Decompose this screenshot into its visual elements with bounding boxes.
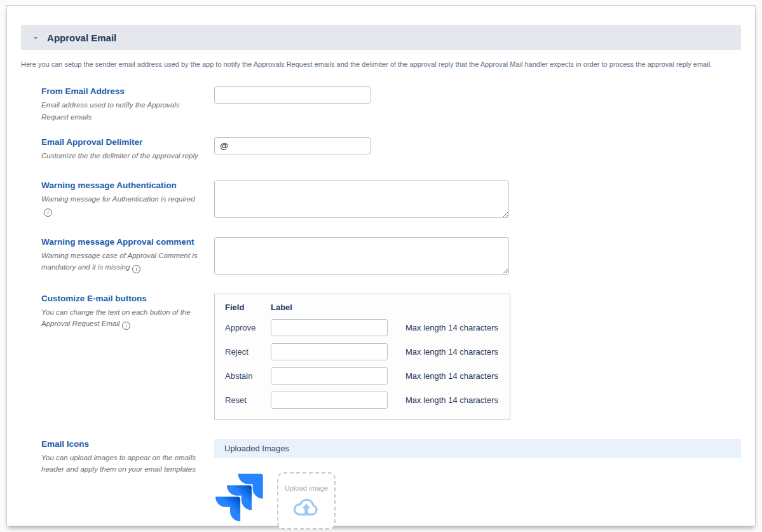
max-length-hint: Max length 14 characters	[405, 371, 498, 381]
upload-image-label: Upload image	[285, 484, 328, 492]
info-icon[interactable]: i	[122, 322, 130, 330]
column-header-label: Label	[271, 303, 292, 312]
uploaded-images-header: Uploaded Images	[214, 439, 741, 458]
section-title: Approval Email	[47, 32, 116, 43]
table-row: Abstain Max length 14 characters	[225, 367, 500, 385]
approve-label-input[interactable]	[271, 319, 388, 336]
warning-auth-textarea[interactable]	[214, 181, 509, 218]
warning-comment-description: Warning message case of Approval Comment…	[41, 250, 205, 273]
uploaded-image-jira-logo[interactable]	[215, 472, 263, 523]
form-row-warning-auth: Warning message Authentication Warning m…	[41, 181, 741, 221]
column-header-field: Field	[225, 303, 271, 312]
approval-email-panel: ⌄ Approval Email Here you can setup the …	[6, 5, 756, 526]
info-icon[interactable]: i	[132, 265, 140, 273]
max-length-hint: Max length 14 characters	[405, 347, 498, 357]
cloud-upload-icon	[292, 494, 320, 517]
email-icons-label: Email Icons	[41, 439, 205, 449]
table-row: Reject Max length 14 characters	[225, 343, 500, 360]
row-field-name: Approve	[225, 323, 271, 332]
from-email-label: From Email Address	[41, 86, 205, 96]
table-row: Approve Max length 14 characters	[225, 319, 500, 336]
section-header-approval-email[interactable]: ⌄ Approval Email	[21, 25, 741, 50]
email-buttons-label: Customize E-mail buttons	[41, 294, 205, 303]
intro-text: Here you can setup the sender email addr…	[21, 60, 741, 69]
email-buttons-description: You can change the text on each button o…	[41, 306, 205, 330]
approval-email-form: From Email Address Email address used to…	[21, 86, 741, 529]
form-row-email-buttons: Customize E-mail buttons You can change …	[41, 294, 741, 420]
warning-auth-label: Warning message Authentication	[41, 181, 205, 190]
jira-logo-icon	[215, 472, 263, 523]
info-icon[interactable]: i	[44, 208, 52, 217]
email-icons-description: You can upload images to appear on the e…	[41, 452, 205, 475]
collapse-chevron-icon[interactable]: ⌄	[32, 32, 39, 40]
form-row-from-email: From Email Address Email address used to…	[41, 86, 741, 123]
table-row: Reset Max length 14 characters	[225, 392, 500, 409]
reset-label-input[interactable]	[271, 392, 388, 409]
uploaded-images-list: Upload image	[214, 472, 741, 529]
row-field-name: Reset	[225, 395, 271, 405]
from-email-description: Email address used to notify the Approva…	[41, 99, 205, 123]
delimiter-description: Customize the the delimiter of the appro…	[41, 150, 205, 161]
abstain-label-input[interactable]	[271, 367, 388, 385]
warning-auth-description: Warning message for Authentication is re…	[41, 193, 205, 217]
max-length-hint: Max length 14 characters	[405, 323, 498, 332]
upload-image-button[interactable]: Upload image	[277, 472, 336, 529]
email-buttons-table: Field Label Approve Max length 14 charac…	[214, 294, 510, 420]
warning-comment-textarea[interactable]	[214, 237, 509, 275]
delimiter-input[interactable]	[214, 137, 371, 154]
warning-comment-label: Warning message Approval comment	[41, 237, 205, 247]
form-row-delimiter: Email Approval Delimiter Customize the t…	[41, 137, 741, 161]
max-length-hint: Max length 14 characters	[405, 395, 498, 405]
delimiter-label: Email Approval Delimiter	[41, 137, 205, 147]
reject-label-input[interactable]	[271, 343, 388, 360]
row-field-name: Reject	[225, 347, 271, 357]
from-email-input[interactable]	[214, 86, 371, 104]
table-header: Field Label	[225, 303, 500, 312]
form-row-warning-comment: Warning message Approval comment Warning…	[41, 237, 741, 277]
row-field-name: Abstain	[225, 371, 271, 381]
form-row-email-icons: Email Icons You can upload images to app…	[41, 439, 741, 529]
